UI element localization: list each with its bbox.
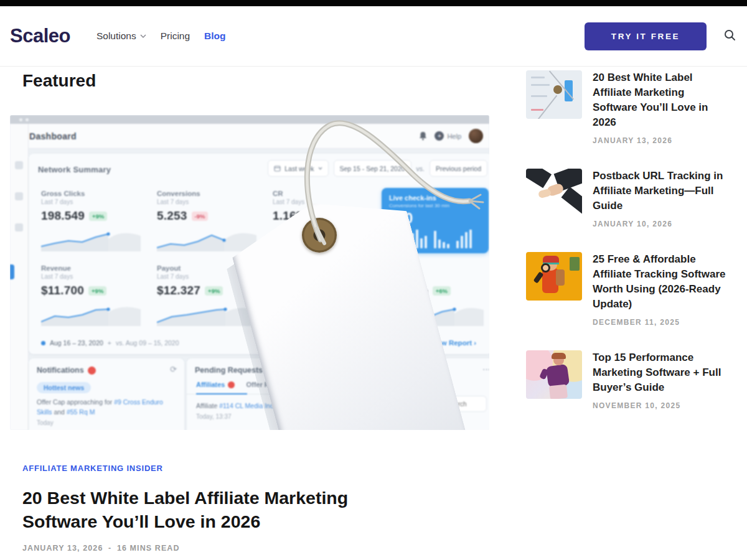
featured-post-image[interactable]: Dashboard +Help Network Summary: [10, 115, 489, 430]
sidebar-post-date: JANUARY 13, 2026: [593, 136, 731, 145]
magnifier-icon: [438, 401, 444, 407]
nav-solutions[interactable]: Solutions: [96, 30, 146, 42]
post-thumbnail[interactable]: [526, 70, 582, 119]
dash-title: Dashboard: [29, 131, 77, 141]
pending-requests-card: Pending Requests Affiliates Offer Reques…: [187, 358, 342, 430]
sidebar-post-title[interactable]: 20 Best White Label Affiliate Marketing …: [593, 70, 731, 130]
sidebar-post-date: DECEMBER 11, 2025: [593, 318, 731, 327]
post-meta: JANUARY 13, 2026 - 16 MINS READ: [22, 544, 489, 553]
list-item[interactable]: Top 15 Performance Marketing Software + …: [526, 350, 731, 410]
stat-payout: Payout Last 7 days $12.327+9%: [157, 264, 264, 326]
shortcuts-card: Shortcuts ⋯ Search Offer Affiliate Login…: [349, 358, 489, 430]
stat-cr: CR Last 7 days 1.16%: [273, 190, 380, 251]
dash-topbar: Dashboard +Help: [10, 124, 489, 149]
list-item[interactable]: 20 Best White Label Affiliate Marketing …: [526, 70, 731, 145]
notification-badge: [88, 366, 96, 375]
list-item[interactable]: 25 Free & Affordable Affiliate Tracking …: [526, 252, 731, 327]
search-type-toggle: Offer Affiliate: [357, 396, 427, 412]
nav-pricing[interactable]: Pricing: [161, 30, 190, 42]
post-thumbnail[interactable]: [526, 169, 582, 217]
rail-active-item: [10, 264, 14, 279]
post-title-link[interactable]: 20 Best White Label Affiliate Marketing …: [22, 486, 415, 533]
shortcut-search-input: [447, 401, 482, 408]
list-item[interactable]: Postback URL Tracking in Affiliate Marke…: [526, 169, 731, 228]
chart-legend: Aug 16 – 23, 2020 +vs. Aug 09 – 15, 2020: [41, 339, 179, 347]
tab-offer-requests: Offer Requests: [246, 381, 305, 388]
dashboard-screenshot: Dashboard +Help Network Summary: [10, 115, 489, 430]
avatar: [469, 129, 483, 143]
help-menu: +Help: [435, 131, 461, 141]
date-range: Sep 15 - Sep 21, 2020: [334, 160, 411, 177]
sidebar-post-title[interactable]: 25 Free & Affordable Affiliate Tracking …: [593, 252, 731, 312]
bell-icon: [419, 131, 427, 141]
section-title: Featured: [22, 71, 489, 91]
sidebar-post-date: NOVEMBER 10, 2025: [593, 401, 731, 410]
post-thumbnail[interactable]: [526, 350, 582, 399]
refresh-icon: ⟳: [170, 365, 177, 374]
stat-conversions: Conversions Last 7 days 5.253-9%: [157, 190, 264, 251]
post-thumbnail[interactable]: [526, 252, 582, 301]
notifications-card: Notifications ⟳ Hottest news Offer Cap a…: [29, 358, 184, 430]
network-summary-card: Network Summary Last week Sep 15 - Sep 2…: [29, 154, 489, 354]
post-read-time: 16 MINS READ: [117, 544, 180, 553]
help-icon: +: [435, 131, 444, 141]
page-body: Featured Dashboard +Help: [0, 67, 747, 553]
stat-roi: ROI Last 7 days 87.54%+6%: [387, 264, 489, 326]
recent-posts-sidebar: 20 Best White Label Affiliate Marketing …: [526, 67, 731, 553]
sidebar-post-title[interactable]: Postback URL Tracking in Affiliate Marke…: [593, 169, 731, 213]
chevron-down-icon: [140, 34, 146, 38]
try-it-free-button[interactable]: TRY IT FREE: [585, 22, 707, 50]
shortcut-search-box: [433, 396, 487, 412]
compare-period: Previous period: [430, 160, 487, 177]
sidebar-post-date: JANUARY 10, 2026: [593, 220, 731, 228]
calendar-icon: [274, 165, 281, 172]
dash-sidebar-rail: [10, 124, 29, 430]
header-actions: TRY IT FREE: [585, 22, 738, 50]
search-icon[interactable]: [721, 27, 738, 45]
live-bars-chart: [389, 228, 482, 248]
featured-column: Featured Dashboard +Help: [10, 67, 489, 553]
top-black-bar: [0, 0, 747, 6]
nav-blog[interactable]: Blog: [204, 30, 225, 42]
tab-affiliates: Affiliates: [196, 381, 235, 388]
date-filters: Last week Sep 15 - Sep 21, 2020 vs. Prev…: [268, 160, 487, 177]
site-header: Scaleo Solutions Pricing Blog TRY IT FRE…: [0, 6, 747, 67]
sidebar-post-title[interactable]: Top 15 Performance Marketing Software + …: [593, 350, 731, 395]
view-report-link: View Report ›: [431, 339, 476, 347]
more-icon: ⋯: [482, 365, 489, 374]
scaleo-logo[interactable]: Scaleo: [10, 25, 70, 47]
stat-revenue: Revenue Last 7 days $11.700+9%: [41, 264, 148, 326]
dash-browser-strip: [10, 115, 489, 124]
stat-gross-clicks: Gross Clicks Last 7 days 198.549+9%: [41, 190, 148, 251]
post-date: JANUARY 13, 2026: [22, 544, 103, 553]
post-category-link[interactable]: AFFILIATE MARKETING INSIDER: [22, 464, 163, 473]
date-preset-select: Last week: [268, 160, 328, 177]
live-checkins-card: Live check-ins Conversions for last 30 m…: [382, 188, 489, 253]
main-nav: Solutions Pricing Blog: [96, 30, 226, 42]
